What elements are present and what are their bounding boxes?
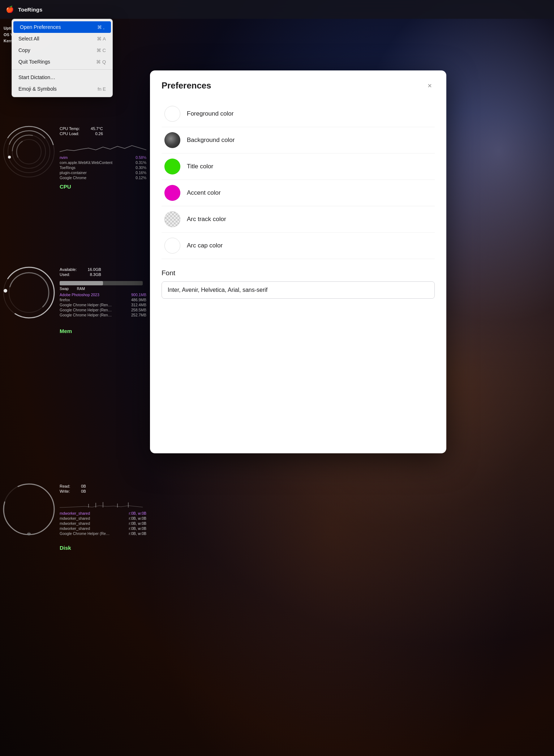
accent-color-row[interactable]: Accent color <box>162 180 435 206</box>
svg-point-38 <box>8 156 11 159</box>
process-name: Google Chrome Helper (Ren… <box>60 308 112 312</box>
accent-color-swatch <box>164 185 180 201</box>
arc-cap-color-label: Arc cap color <box>187 242 223 249</box>
process-pct: 486.9MB <box>131 298 146 302</box>
disk-process-row-2: mdworker_shared r:0B, w:0B <box>60 521 146 526</box>
title-color-label: Title color <box>187 163 213 170</box>
cpu-temp-value: 45.7°C <box>91 126 103 131</box>
process-name: Google Chrome Helper (Re… <box>60 531 109 536</box>
dropdown-menu: Open Preferences ⌘ , Select All ⌘ A Copy… <box>12 19 113 97</box>
process-name: ToeRings <box>60 165 76 170</box>
prefs-close-button[interactable]: × <box>425 81 435 91</box>
cpu-process-row-1: com.apple.WebKit.WebContent 0.31% <box>60 160 146 165</box>
process-pct: 900.1MB <box>131 293 146 297</box>
menu-item-quit[interactable]: Quit ToeRings ⌘ Q <box>12 56 112 68</box>
cpu-sparkline <box>60 143 146 154</box>
cpu-process-row-0: nvim 0.58% <box>60 155 146 160</box>
preferences-panel: Preferences × Foreground color Backgroun… <box>150 70 446 453</box>
process-name: mdworker_shared <box>60 521 90 526</box>
disk-process-list: mdworker_shared r:0B, w:0B mdworker_shar… <box>60 511 146 536</box>
cpu-ring <box>0 123 58 181</box>
process-name: plugin-container <box>60 170 87 175</box>
accent-color-label: Accent color <box>187 189 221 196</box>
foreground-color-row[interactable]: Foreground color <box>162 101 435 127</box>
disk-read-label: Read: <box>60 484 70 488</box>
app-name[interactable]: ToeRings <box>18 7 42 13</box>
process-name: mdworker_shared <box>60 526 90 531</box>
background-color-row[interactable]: Background color <box>162 127 435 154</box>
menu-item-label: Start Dictation… <box>18 74 55 80</box>
process-pct: 0.30% <box>136 165 146 170</box>
disk-process-row-4: Google Chrome Helper (Re… r:0B, w:0B <box>60 531 146 536</box>
menu-item-open-prefs[interactable]: Open Preferences ⌘ , <box>13 21 111 33</box>
process-name: Google Chrome Helper (Ren… <box>60 313 112 317</box>
mem-process-row-4: Google Chrome Helper (Ren… 252.7MB <box>60 313 146 317</box>
disk-process-row-0: mdworker_shared r:0B, w:0B <box>60 511 146 515</box>
svg-point-43 <box>4 289 7 293</box>
menu-item-select-all[interactable]: Select All ⌘ A <box>12 33 112 44</box>
apple-menu-icon[interactable]: 🍎 <box>6 5 14 13</box>
process-name: mdworker_shared <box>60 511 90 515</box>
mem-process-row-2: Google Chrome Helper (Ren… 312.4MB <box>60 303 146 307</box>
process-name: Google Chrome <box>60 176 86 180</box>
ram-label: RAM <box>77 287 85 291</box>
process-pct: 312.4MB <box>131 303 146 307</box>
menu-item-copy[interactable]: Copy ⌘ C <box>12 44 112 56</box>
font-input[interactable] <box>162 281 435 299</box>
mem-widget: Available: 16.0GB Used: 8.3GB Swap RAM M… <box>0 264 150 336</box>
menu-item-label: Quit ToeRings <box>18 59 50 65</box>
cpu-label: CPU <box>60 183 71 190</box>
mem-info: Available: 16.0GB Used: 8.3GB <box>60 267 101 277</box>
menu-item-label: Copy <box>18 47 30 53</box>
disk-widget: Read: 0B Write: 0B Disk mdworker_shared … <box>0 480 150 553</box>
font-section: Font <box>162 269 435 299</box>
menu-item-shortcut: fn E <box>98 86 106 92</box>
foreground-color-label: Foreground color <box>187 110 233 117</box>
menu-item-shortcut: ⌘ A <box>97 36 106 42</box>
process-pct: r:0B, w:0B <box>129 516 146 520</box>
arc-cap-color-swatch <box>164 238 180 254</box>
disk-info: Read: 0B Write: 0B <box>60 484 86 494</box>
menu-separator <box>12 69 112 70</box>
mem-available-label: Available: <box>60 267 77 272</box>
process-pct: 0.31% <box>136 160 146 165</box>
mem-process-row-0: Adobe Photoshop 2023 900.1MB <box>60 293 146 297</box>
background-color-swatch <box>164 132 180 148</box>
cpu-temp-label: CPU Temp: <box>60 126 80 131</box>
swap-label: Swap <box>60 287 69 291</box>
process-pct: 252.7MB <box>131 313 146 317</box>
menu-item-label: Select All <box>18 36 39 42</box>
disk-write-label: Write: <box>60 489 70 493</box>
process-pct: 258.5MB <box>131 308 146 312</box>
cpu-process-row-4: Google Chrome 0.12% <box>60 176 146 180</box>
process-name: com.apple.WebKit.WebContent <box>60 160 112 165</box>
widgets-area: CPU Temp: 45.7°C CPU Load: 0.26 CPU nvim… <box>0 123 150 756</box>
mem-used-value: 8.3GB <box>90 272 101 277</box>
mem-bar-fill <box>60 281 103 285</box>
mem-labels: Swap RAM <box>60 287 85 291</box>
prefs-title: Preferences <box>162 81 211 91</box>
disk-ring <box>0 480 58 538</box>
menu-item-start-dictation[interactable]: Start Dictation… <box>12 72 112 83</box>
menubar: 🍎 ToeRings <box>0 0 554 19</box>
arc-track-color-row[interactable]: Arc track color <box>162 206 435 233</box>
menu-item-shortcut: ⌘ Q <box>96 59 106 65</box>
title-color-row[interactable]: Title color <box>162 154 435 180</box>
cpu-process-row-2: ToeRings 0.30% <box>60 165 146 170</box>
color-section: Foreground color Background color Title … <box>162 101 435 259</box>
process-pct: 0.58% <box>136 155 146 160</box>
process-name: nvim <box>60 155 68 160</box>
background-color-label: Background color <box>187 137 235 144</box>
arc-track-color-swatch <box>164 211 180 227</box>
arc-cap-color-row[interactable]: Arc cap color <box>162 233 435 259</box>
process-pct: r:0B, w:0B <box>129 531 146 536</box>
disk-sparkline <box>60 498 143 509</box>
process-pct: r:0B, w:0B <box>129 521 146 526</box>
cpu-process-row-3: plugin-container 0.16% <box>60 170 146 175</box>
menu-item-label: Emoji & Symbols <box>18 86 57 92</box>
foreground-color-swatch <box>164 106 180 122</box>
disk-process-row-3: mdworker_shared r:0B, w:0B <box>60 526 146 531</box>
process-name: Google Chrome Helper (Ren… <box>60 303 112 307</box>
menu-item-label: Open Preferences <box>20 24 61 30</box>
menu-item-emoji-symbols[interactable]: Emoji & Symbols fn E <box>12 83 112 95</box>
